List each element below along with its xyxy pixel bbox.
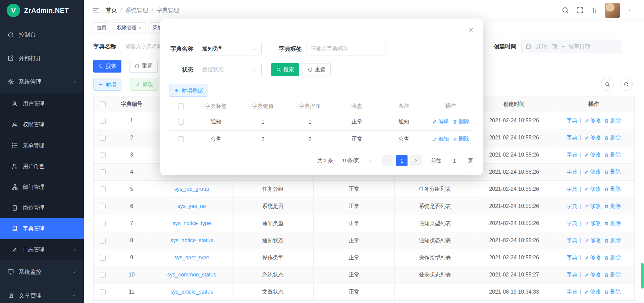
dict-type-link[interactable]: sys_article_status xyxy=(170,289,213,295)
edit-link[interactable]: 修改 xyxy=(584,169,601,176)
dict-type-link[interactable]: sys_common_status xyxy=(167,272,216,278)
delete-link[interactable]: 删除 xyxy=(604,186,621,193)
sidebar-item[interactable]: 文章管理 xyxy=(0,284,84,303)
modal-reset-button[interactable]: 重置 xyxy=(303,63,331,76)
dict-link[interactable]: 字典 xyxy=(567,152,577,159)
sidebar-item[interactable]: 菜单管理 xyxy=(0,135,84,156)
select-all-checkbox[interactable] xyxy=(100,101,106,107)
sidebar-item[interactable]: 岗位管理 xyxy=(0,198,84,218)
delete-link[interactable]: 删除 xyxy=(604,271,621,278)
delete-link[interactable]: 删除 xyxy=(604,117,621,124)
row-checkbox[interactable] xyxy=(100,152,106,158)
dict-link[interactable]: 字典 xyxy=(567,134,577,141)
row-checkbox[interactable] xyxy=(100,135,106,141)
row-checkbox[interactable] xyxy=(100,272,106,278)
dict-link[interactable]: 字典 xyxy=(567,237,577,244)
header-search-icon[interactable] xyxy=(561,6,569,14)
row-checkbox[interactable] xyxy=(100,238,106,244)
delete-link[interactable]: 删除 xyxy=(452,136,469,143)
delete-link[interactable]: 删除 xyxy=(604,289,621,296)
dict-link[interactable]: 字典 xyxy=(567,169,577,176)
edit-link[interactable]: 修改 xyxy=(584,254,601,261)
delete-link[interactable]: 删除 xyxy=(604,134,621,141)
delete-link[interactable]: 删除 xyxy=(604,254,621,261)
dict-link[interactable]: 字典 xyxy=(567,203,577,210)
sidebar-item[interactable]: 控制台 xyxy=(0,23,84,46)
edit-link[interactable]: 编辑 xyxy=(432,118,449,125)
dict-type-link[interactable]: sys_notice_type xyxy=(172,220,211,226)
goto-page-input[interactable] xyxy=(446,155,463,166)
dict-name-select[interactable]: 通知类型 xyxy=(198,42,262,55)
edit-link[interactable]: 修改 xyxy=(584,152,601,159)
edit-link[interactable]: 修改 xyxy=(584,220,601,227)
dict-link[interactable]: 字典 xyxy=(567,254,577,261)
add-data-button[interactable]: 新增数据 xyxy=(169,84,208,97)
dict-link[interactable]: 字典 xyxy=(567,271,577,278)
row-checkbox[interactable] xyxy=(100,289,106,295)
sidebar-item[interactable]: 用户管理 xyxy=(0,93,84,114)
table-search-toggle-icon[interactable] xyxy=(601,78,614,91)
close-icon[interactable] xyxy=(468,27,474,33)
fullscreen-icon[interactable] xyxy=(576,6,584,14)
tab-close-icon[interactable]: × xyxy=(139,25,142,30)
dict-type-link[interactable]: sys_notice_status xyxy=(170,237,213,244)
table-refresh-icon[interactable] xyxy=(620,78,633,91)
row-checkbox[interactable] xyxy=(100,186,106,192)
breadcrumb-item[interactable]: 字典管理 xyxy=(156,6,179,14)
row-checkbox[interactable] xyxy=(178,119,184,125)
dict-link[interactable]: 字典 xyxy=(567,220,577,227)
breadcrumb-item[interactable]: 首页 xyxy=(106,6,117,14)
delete-link[interactable]: 删除 xyxy=(604,203,621,210)
prev-page-button[interactable] xyxy=(382,155,393,166)
row-checkbox[interactable] xyxy=(100,204,106,209)
edit-link[interactable]: 修改 xyxy=(584,237,601,244)
add-button[interactable]: 新增 xyxy=(93,78,121,91)
edit-link[interactable]: 修改 xyxy=(584,117,601,124)
row-checkbox[interactable] xyxy=(100,255,106,261)
next-page-button[interactable] xyxy=(410,155,422,166)
page-number-button[interactable]: 1 xyxy=(396,155,408,166)
dict-type-link[interactable]: sys_job_group xyxy=(174,186,209,192)
edit-link[interactable]: 编辑 xyxy=(432,136,449,143)
edit-button[interactable]: 修改 xyxy=(130,78,158,91)
edit-link[interactable]: 修改 xyxy=(584,186,601,193)
sidebar-item[interactable]: 系统监控 xyxy=(0,260,84,284)
avatar[interactable] xyxy=(605,3,620,18)
delete-link[interactable]: 删除 xyxy=(604,169,621,176)
page-size-select[interactable]: 10条/页 xyxy=(338,155,377,166)
delete-link[interactable]: 删除 xyxy=(452,118,469,125)
dict-link[interactable]: 字典 xyxy=(567,289,577,296)
dict-link[interactable]: 字典 xyxy=(567,117,577,124)
caret-down-icon[interactable] xyxy=(627,8,632,13)
sidebar-item[interactable]: 部门管理 xyxy=(0,177,84,198)
edit-link[interactable]: 修改 xyxy=(584,289,601,296)
page-scrollbar[interactable] xyxy=(641,263,644,289)
dict-label-input[interactable] xyxy=(307,42,385,55)
row-checkbox[interactable] xyxy=(100,221,106,226)
edit-link[interactable]: 修改 xyxy=(584,134,601,141)
app-logo[interactable]: V ZrAdmin.NET xyxy=(0,0,84,21)
sidebar-item[interactable]: 外部打开 xyxy=(0,46,84,70)
sidebar-item[interactable]: 字典管理 xyxy=(0,218,84,239)
status-select[interactable]: 数据状态 xyxy=(198,63,262,76)
date-range-picker[interactable]: 开始日期 - 结束日期 xyxy=(521,40,621,53)
sidebar-item[interactable]: 系统管理 xyxy=(0,70,84,93)
sidebar-item[interactable]: 用户角色 xyxy=(0,156,84,177)
tab-item[interactable]: 首页 xyxy=(93,23,110,33)
sidebar-item[interactable]: 权限管理 xyxy=(0,114,84,135)
hamburger-icon[interactable] xyxy=(92,6,100,14)
row-checkbox[interactable] xyxy=(100,118,106,124)
modal-search-button[interactable]: 搜索 xyxy=(271,63,299,76)
select-all-checkbox[interactable] xyxy=(178,103,184,109)
delete-link[interactable]: 删除 xyxy=(604,237,621,244)
dict-type-link[interactable]: sys_yes_no xyxy=(177,203,206,209)
sidebar-item[interactable]: 日志管理 xyxy=(0,239,84,260)
row-checkbox[interactable] xyxy=(178,136,184,142)
search-button[interactable]: 搜索 xyxy=(93,60,121,73)
reset-button[interactable]: 重置 xyxy=(129,60,158,73)
delete-link[interactable]: 删除 xyxy=(604,220,621,227)
delete-link[interactable]: 删除 xyxy=(604,152,621,159)
row-checkbox[interactable] xyxy=(100,169,106,175)
edit-link[interactable]: 修改 xyxy=(584,203,601,210)
font-size-icon[interactable] xyxy=(590,6,598,14)
